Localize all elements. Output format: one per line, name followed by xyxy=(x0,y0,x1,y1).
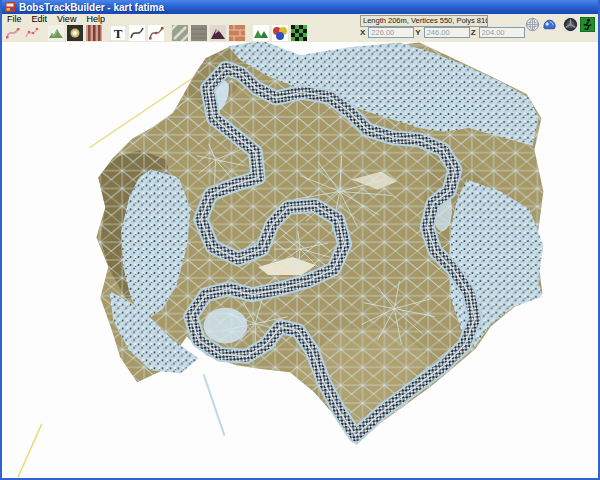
spline-tool-icon[interactable] xyxy=(128,24,146,42)
app-icon xyxy=(5,2,15,12)
export-run-icon[interactable] xyxy=(580,17,595,32)
menu-file[interactable]: File xyxy=(2,14,27,24)
title-bar: BobsTrackBuilder - kart fatima xyxy=(2,0,598,14)
info-panel: Length 206m, Vertices 550, Polys 816 X Y… xyxy=(359,15,535,40)
track-stats: Length 206m, Vertices 550, Polys 816 xyxy=(360,15,488,27)
track-scene xyxy=(2,42,598,478)
y-label: Y xyxy=(415,28,420,37)
menu-view[interactable]: View xyxy=(52,14,81,24)
svg-text:T: T xyxy=(114,26,123,41)
3d-viewport[interactable] xyxy=(2,42,598,478)
toolbar: T xyxy=(2,24,309,42)
color-spheres-icon[interactable] xyxy=(271,24,289,42)
rock-icon[interactable] xyxy=(209,24,227,42)
y-coordinate-field[interactable] xyxy=(424,27,470,38)
mountains-icon[interactable] xyxy=(252,24,270,42)
wall-red-icon[interactable] xyxy=(85,24,103,42)
guide-line-cyan xyxy=(204,374,225,436)
z-coordinate-field[interactable] xyxy=(479,27,525,38)
brick-texture-icon[interactable] xyxy=(228,24,246,42)
menu-help[interactable]: Help xyxy=(81,14,110,24)
steering-wheel-drive-icon[interactable] xyxy=(563,17,578,32)
z-label: Z xyxy=(471,28,476,37)
vehicle-view-icon[interactable] xyxy=(542,17,557,32)
app-window: BobsTrackBuilder - kart fatima File Edit… xyxy=(0,0,600,480)
bezier-points-pink-icon[interactable] xyxy=(23,24,41,42)
checker-flag-icon[interactable] xyxy=(290,24,308,42)
window-title: BobsTrackBuilder - kart fatima xyxy=(19,2,164,13)
gray-texture-icon[interactable] xyxy=(190,24,208,42)
sun-light-icon[interactable] xyxy=(66,24,84,42)
globe-3d-view-icon[interactable] xyxy=(525,17,540,32)
coordinate-row: X Y Z xyxy=(359,27,525,38)
menu-edit[interactable]: Edit xyxy=(27,14,53,24)
spline-nodes-icon[interactable] xyxy=(147,24,165,42)
view-icon-group xyxy=(523,17,595,32)
text-tool-icon[interactable]: T xyxy=(109,24,127,42)
x-label: X xyxy=(360,28,365,37)
x-coordinate-field[interactable] xyxy=(368,27,414,38)
road-texture-icon[interactable] xyxy=(171,24,189,42)
terrain-green-icon[interactable] xyxy=(47,24,65,42)
bezier-pink-icon[interactable] xyxy=(4,24,22,42)
